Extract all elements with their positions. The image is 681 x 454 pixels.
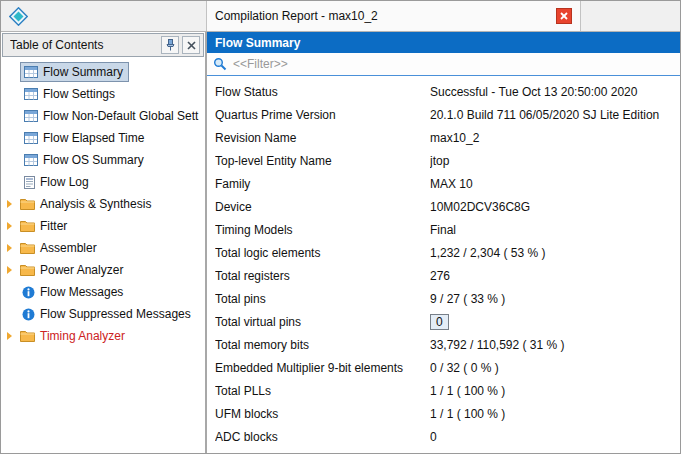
- toc-item-flow-summary[interactable]: Flow Summary: [1, 61, 205, 83]
- search-icon: [213, 57, 227, 71]
- row-value: 0 / 32 ( 0 % ): [430, 361, 672, 375]
- report-table-icon: [24, 154, 38, 166]
- toc-item-assembler[interactable]: Assembler: [1, 237, 205, 259]
- report-table-icon: [24, 110, 38, 122]
- toc-item-flow-suppressed-messages[interactable]: Flow Suppressed Messages: [1, 303, 205, 325]
- row-value: 1,232 / 2,304 ( 53 % ): [430, 246, 672, 260]
- toc-tree: Flow Summary Flow Settings: [1, 58, 205, 453]
- row-label: Timing Models: [215, 223, 430, 237]
- table-row[interactable]: Total memory bits 33,792 / 110,592 ( 31 …: [207, 333, 680, 356]
- table-row[interactable]: Embedded Multiplier 9-bit elements 0 / 3…: [207, 356, 680, 379]
- table-row[interactable]: Total registers 276: [207, 264, 680, 287]
- expand-chevron-icon[interactable]: [7, 266, 17, 274]
- table-row[interactable]: Total pins 9 / 27 ( 33 % ): [207, 287, 680, 310]
- toc-header: Table of Contents: [2, 33, 204, 57]
- table-row[interactable]: Top-level Entity Name jtop: [207, 149, 680, 172]
- folder-icon: [20, 220, 35, 232]
- toc-item-flow-elapsed-time[interactable]: Flow Elapsed Time: [1, 127, 205, 149]
- toc-panel: Table of Contents: [1, 32, 207, 453]
- expand-chevron-icon[interactable]: [7, 332, 17, 340]
- row-value: jtop: [430, 154, 672, 168]
- row-label: Total pins: [215, 292, 430, 306]
- report-panel: Flow Summary Flow Status Successful - Tu…: [207, 32, 680, 453]
- table-row[interactable]: Revision Name max10_2: [207, 126, 680, 149]
- toc-item-power-analyzer[interactable]: Power Analyzer: [1, 259, 205, 281]
- row-label: Embedded Multiplier 9-bit elements: [215, 361, 430, 375]
- pin-button[interactable]: [161, 36, 179, 54]
- table-row[interactable]: Total logic elements 1,232 / 2,304 ( 53 …: [207, 241, 680, 264]
- row-label: Flow Status: [215, 85, 430, 99]
- toc-item-flow-log[interactable]: Flow Log: [1, 171, 205, 193]
- info-icon: [22, 308, 35, 321]
- report-table-icon: [24, 132, 38, 144]
- app-logo-icon: [9, 7, 28, 26]
- table-row[interactable]: Family MAX 10: [207, 172, 680, 195]
- row-label: Total PLLs: [215, 384, 430, 398]
- folder-icon: [20, 198, 35, 210]
- title-bar: Compilation Report - max10_2: [1, 1, 680, 32]
- quartus-window: Compilation Report - max10_2 Table of Co…: [0, 0, 681, 454]
- row-value: 9 / 27 ( 33 % ): [430, 292, 672, 306]
- report-table-icon: [24, 66, 38, 78]
- toc-item-flow-os-summary[interactable]: Flow OS Summary: [1, 149, 205, 171]
- log-file-icon: [24, 176, 35, 189]
- expand-chevron-icon[interactable]: [7, 200, 17, 208]
- toc-item-timing-analyzer[interactable]: Timing Analyzer: [1, 325, 205, 347]
- row-value: 276: [430, 269, 672, 283]
- row-value: MAX 10: [430, 177, 672, 191]
- selected-cell[interactable]: 0: [430, 314, 449, 330]
- table-row[interactable]: Quartus Prime Version 20.1.0 Build 711 0…: [207, 103, 680, 126]
- toc-item-analysis-synthesis[interactable]: Analysis & Synthesis: [1, 193, 205, 215]
- row-label: Revision Name: [215, 131, 430, 145]
- table-row[interactable]: Flow Status Successful - Tue Oct 13 20:5…: [207, 80, 680, 103]
- table-row[interactable]: Total PLLs 1 / 1 ( 100 % ): [207, 379, 680, 402]
- table-row[interactable]: Total virtual pins 0: [207, 310, 680, 333]
- report-header: Flow Summary: [207, 32, 680, 53]
- row-value: 33,792 / 110,592 ( 31 % ): [430, 338, 672, 352]
- row-label: Total registers: [215, 269, 430, 283]
- table-row[interactable]: Timing Models Final: [207, 218, 680, 241]
- row-value: 1 / 1 ( 100 % ): [430, 384, 672, 398]
- toc-item-flow-settings[interactable]: Flow Settings: [1, 83, 205, 105]
- filter-input[interactable]: [233, 57, 433, 71]
- expand-chevron-icon[interactable]: [7, 222, 17, 230]
- row-label: Top-level Entity Name: [215, 154, 430, 168]
- tab-title: Compilation Report - max10_2: [215, 9, 548, 23]
- toc-item-flow-non-default-global-settings[interactable]: Flow Non-Default Global Sett: [1, 105, 205, 127]
- report-table: Flow Status Successful - Tue Oct 13 20:5…: [207, 76, 680, 453]
- table-row[interactable]: UFM blocks 1 / 1 ( 100 % ): [207, 402, 680, 425]
- tab-close-button[interactable]: [556, 8, 572, 24]
- row-value: 1 / 1 ( 100 % ): [430, 407, 672, 421]
- row-label: Family: [215, 177, 430, 191]
- folder-icon: [20, 264, 35, 276]
- toc-close-button[interactable]: [182, 36, 200, 54]
- row-value: 10M02DCV36C8G: [430, 200, 672, 214]
- row-label: Total memory bits: [215, 338, 430, 352]
- folder-icon: [20, 242, 35, 254]
- row-value: Final: [430, 223, 672, 237]
- filter-bar: [207, 53, 680, 76]
- compilation-report-tab[interactable]: Compilation Report - max10_2: [206, 1, 581, 31]
- report-table-icon: [24, 88, 38, 100]
- close-icon: [560, 12, 568, 20]
- row-value: 0: [430, 314, 672, 330]
- row-value: 0: [430, 430, 672, 444]
- row-value: 20.1.0 Build 711 06/05/2020 SJ Lite Edit…: [430, 108, 672, 122]
- close-icon: [187, 41, 196, 50]
- table-row[interactable]: ADC blocks 0: [207, 425, 680, 448]
- row-label: UFM blocks: [215, 407, 430, 421]
- row-label: Total virtual pins: [215, 315, 430, 329]
- toc-title: Table of Contents: [10, 38, 158, 52]
- table-row[interactable]: Device 10M02DCV36C8G: [207, 195, 680, 218]
- main-area: Table of Contents: [1, 32, 680, 453]
- row-value: max10_2: [430, 131, 672, 145]
- expand-chevron-icon[interactable]: [7, 244, 17, 252]
- row-label: Device: [215, 200, 430, 214]
- pin-icon: [165, 39, 176, 51]
- folder-icon: [20, 330, 35, 342]
- row-label: Total logic elements: [215, 246, 430, 260]
- toc-item-flow-messages[interactable]: Flow Messages: [1, 281, 205, 303]
- toc-item-fitter[interactable]: Fitter: [1, 215, 205, 237]
- row-label: Quartus Prime Version: [215, 108, 430, 122]
- info-icon: [22, 286, 35, 299]
